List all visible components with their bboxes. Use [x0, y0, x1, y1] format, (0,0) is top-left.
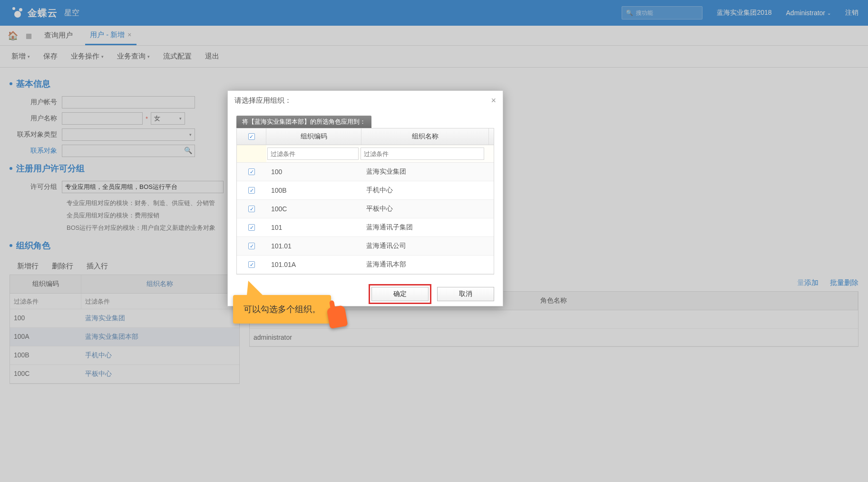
checkbox-icon[interactable]: ✓: [248, 168, 255, 175]
select-org-modal: 请选择应用组织： × 将【蓝海实业集团本部】的所选角色应用到： ✓ 组织编码 组…: [227, 90, 503, 306]
ok-button[interactable]: 确定: [371, 287, 429, 301]
checkbox-icon[interactable]: ✓: [248, 224, 255, 231]
pointer-hand-icon: [326, 305, 348, 329]
checkbox-icon[interactable]: ✓: [248, 243, 255, 249]
modal-row[interactable]: ✓100C平板中心: [237, 200, 494, 218]
checkbox-icon[interactable]: ✓: [248, 261, 255, 268]
col-checkbox[interactable]: ✓: [237, 128, 266, 145]
modal-row[interactable]: ✓100蓝海实业集团: [237, 163, 494, 181]
close-icon[interactable]: ×: [491, 96, 496, 106]
modal-title: 请选择应用组织：: [234, 96, 292, 105]
col-org-name: 组织名称: [361, 128, 489, 145]
checkbox-icon[interactable]: ✓: [248, 206, 255, 212]
modal-filter-name[interactable]: [361, 148, 484, 160]
col-org-code: 组织编码: [266, 128, 361, 145]
checkbox-icon[interactable]: ✓: [248, 187, 255, 194]
callout-text: 可以勾选多个组织。: [244, 305, 321, 314]
modal-row[interactable]: ✓101.01A蓝海通讯本部: [237, 256, 494, 274]
modal-tab: 将【蓝海实业集团本部】的所选角色应用到：: [236, 116, 371, 128]
modal-org-grid: ✓ 组织编码 组织名称 ✓100蓝海实业集团 ✓100B手机中心 ✓100C平板…: [236, 128, 494, 275]
modal-row[interactable]: ✓101.01蓝海通讯公司: [237, 237, 494, 256]
modal-row[interactable]: ✓100B手机中心: [237, 181, 494, 200]
modal-filter-code[interactable]: [267, 148, 359, 160]
modal-row[interactable]: ✓101蓝海通讯子集团: [237, 218, 494, 237]
checkbox-icon: ✓: [248, 133, 255, 140]
callout-annotation: 可以勾选多个组织。: [233, 295, 346, 327]
cancel-button[interactable]: 取消: [437, 287, 494, 301]
